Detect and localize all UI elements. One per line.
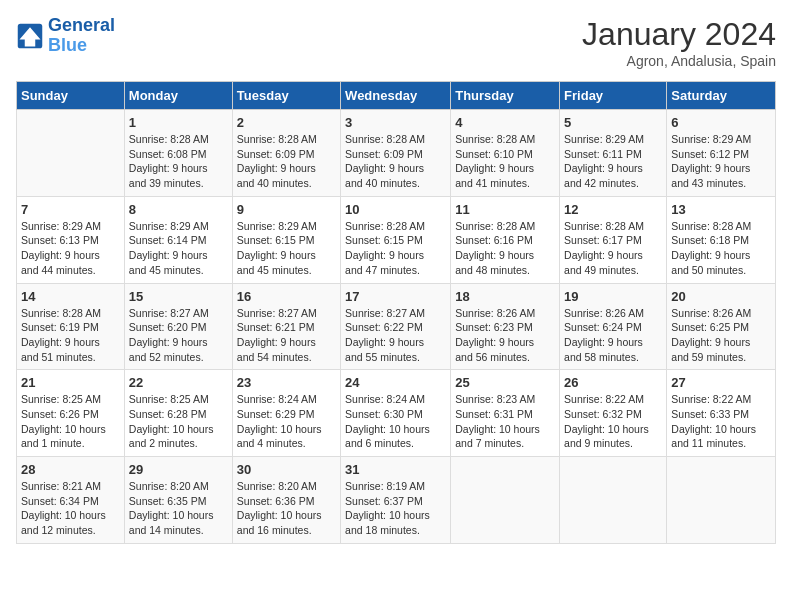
day-info: Sunrise: 8:29 AMSunset: 6:15 PMDaylight:… <box>237 219 336 278</box>
day-info: Sunrise: 8:29 AMSunset: 6:13 PMDaylight:… <box>21 219 120 278</box>
calendar-cell: 30Sunrise: 8:20 AMSunset: 6:36 PMDayligh… <box>232 457 340 544</box>
day-info: Sunrise: 8:21 AMSunset: 6:34 PMDaylight:… <box>21 479 120 538</box>
calendar-cell <box>667 457 776 544</box>
calendar-cell: 17Sunrise: 8:27 AMSunset: 6:22 PMDayligh… <box>341 283 451 370</box>
month-title: January 2024 <box>582 16 776 53</box>
day-number: 30 <box>237 462 336 477</box>
calendar-cell: 15Sunrise: 8:27 AMSunset: 6:20 PMDayligh… <box>124 283 232 370</box>
calendar-cell: 19Sunrise: 8:26 AMSunset: 6:24 PMDayligh… <box>560 283 667 370</box>
day-info: Sunrise: 8:24 AMSunset: 6:30 PMDaylight:… <box>345 392 446 451</box>
day-number: 21 <box>21 375 120 390</box>
day-number: 3 <box>345 115 446 130</box>
calendar-cell: 7Sunrise: 8:29 AMSunset: 6:13 PMDaylight… <box>17 196 125 283</box>
calendar-cell: 25Sunrise: 8:23 AMSunset: 6:31 PMDayligh… <box>451 370 560 457</box>
weekday-header-tuesday: Tuesday <box>232 82 340 110</box>
day-number: 6 <box>671 115 771 130</box>
calendar-cell: 22Sunrise: 8:25 AMSunset: 6:28 PMDayligh… <box>124 370 232 457</box>
calendar-cell: 4Sunrise: 8:28 AMSunset: 6:10 PMDaylight… <box>451 110 560 197</box>
day-number: 12 <box>564 202 662 217</box>
day-info: Sunrise: 8:27 AMSunset: 6:20 PMDaylight:… <box>129 306 228 365</box>
day-info: Sunrise: 8:27 AMSunset: 6:22 PMDaylight:… <box>345 306 446 365</box>
calendar-cell: 12Sunrise: 8:28 AMSunset: 6:17 PMDayligh… <box>560 196 667 283</box>
calendar-cell: 26Sunrise: 8:22 AMSunset: 6:32 PMDayligh… <box>560 370 667 457</box>
title-block: January 2024 Agron, Andalusia, Spain <box>582 16 776 69</box>
day-info: Sunrise: 8:28 AMSunset: 6:08 PMDaylight:… <box>129 132 228 191</box>
calendar-week-row: 14Sunrise: 8:28 AMSunset: 6:19 PMDayligh… <box>17 283 776 370</box>
weekday-header-sunday: Sunday <box>17 82 125 110</box>
day-info: Sunrise: 8:28 AMSunset: 6:09 PMDaylight:… <box>345 132 446 191</box>
day-info: Sunrise: 8:28 AMSunset: 6:15 PMDaylight:… <box>345 219 446 278</box>
calendar-cell: 16Sunrise: 8:27 AMSunset: 6:21 PMDayligh… <box>232 283 340 370</box>
calendar-cell: 27Sunrise: 8:22 AMSunset: 6:33 PMDayligh… <box>667 370 776 457</box>
day-info: Sunrise: 8:20 AMSunset: 6:35 PMDaylight:… <box>129 479 228 538</box>
day-info: Sunrise: 8:23 AMSunset: 6:31 PMDaylight:… <box>455 392 555 451</box>
logo-text: GeneralBlue <box>48 16 115 56</box>
day-number: 8 <box>129 202 228 217</box>
calendar-cell: 1Sunrise: 8:28 AMSunset: 6:08 PMDaylight… <box>124 110 232 197</box>
day-number: 27 <box>671 375 771 390</box>
day-info: Sunrise: 8:28 AMSunset: 6:10 PMDaylight:… <box>455 132 555 191</box>
day-info: Sunrise: 8:28 AMSunset: 6:17 PMDaylight:… <box>564 219 662 278</box>
location-subtitle: Agron, Andalusia, Spain <box>582 53 776 69</box>
day-number: 1 <box>129 115 228 130</box>
calendar-cell: 10Sunrise: 8:28 AMSunset: 6:15 PMDayligh… <box>341 196 451 283</box>
weekday-header-thursday: Thursday <box>451 82 560 110</box>
calendar-week-row: 21Sunrise: 8:25 AMSunset: 6:26 PMDayligh… <box>17 370 776 457</box>
calendar-week-row: 7Sunrise: 8:29 AMSunset: 6:13 PMDaylight… <box>17 196 776 283</box>
calendar-cell: 28Sunrise: 8:21 AMSunset: 6:34 PMDayligh… <box>17 457 125 544</box>
day-number: 20 <box>671 289 771 304</box>
day-number: 31 <box>345 462 446 477</box>
calendar-cell: 11Sunrise: 8:28 AMSunset: 6:16 PMDayligh… <box>451 196 560 283</box>
page-header: GeneralBlue January 2024 Agron, Andalusi… <box>16 16 776 69</box>
day-number: 16 <box>237 289 336 304</box>
day-number: 7 <box>21 202 120 217</box>
day-number: 22 <box>129 375 228 390</box>
calendar-cell: 20Sunrise: 8:26 AMSunset: 6:25 PMDayligh… <box>667 283 776 370</box>
logo: GeneralBlue <box>16 16 115 56</box>
day-info: Sunrise: 8:26 AMSunset: 6:25 PMDaylight:… <box>671 306 771 365</box>
day-info: Sunrise: 8:28 AMSunset: 6:19 PMDaylight:… <box>21 306 120 365</box>
calendar-cell <box>560 457 667 544</box>
day-info: Sunrise: 8:29 AMSunset: 6:11 PMDaylight:… <box>564 132 662 191</box>
calendar-cell: 24Sunrise: 8:24 AMSunset: 6:30 PMDayligh… <box>341 370 451 457</box>
day-info: Sunrise: 8:29 AMSunset: 6:14 PMDaylight:… <box>129 219 228 278</box>
weekday-header-wednesday: Wednesday <box>341 82 451 110</box>
day-number: 25 <box>455 375 555 390</box>
day-number: 29 <box>129 462 228 477</box>
day-number: 28 <box>21 462 120 477</box>
calendar-cell: 3Sunrise: 8:28 AMSunset: 6:09 PMDaylight… <box>341 110 451 197</box>
day-info: Sunrise: 8:26 AMSunset: 6:24 PMDaylight:… <box>564 306 662 365</box>
day-info: Sunrise: 8:28 AMSunset: 6:09 PMDaylight:… <box>237 132 336 191</box>
calendar-header-row: SundayMondayTuesdayWednesdayThursdayFrid… <box>17 82 776 110</box>
day-number: 2 <box>237 115 336 130</box>
day-number: 19 <box>564 289 662 304</box>
calendar-week-row: 28Sunrise: 8:21 AMSunset: 6:34 PMDayligh… <box>17 457 776 544</box>
calendar-cell: 21Sunrise: 8:25 AMSunset: 6:26 PMDayligh… <box>17 370 125 457</box>
day-number: 10 <box>345 202 446 217</box>
day-number: 5 <box>564 115 662 130</box>
day-number: 11 <box>455 202 555 217</box>
day-info: Sunrise: 8:26 AMSunset: 6:23 PMDaylight:… <box>455 306 555 365</box>
day-info: Sunrise: 8:28 AMSunset: 6:16 PMDaylight:… <box>455 219 555 278</box>
calendar-cell: 23Sunrise: 8:24 AMSunset: 6:29 PMDayligh… <box>232 370 340 457</box>
calendar-cell: 18Sunrise: 8:26 AMSunset: 6:23 PMDayligh… <box>451 283 560 370</box>
calendar-cell: 9Sunrise: 8:29 AMSunset: 6:15 PMDaylight… <box>232 196 340 283</box>
day-info: Sunrise: 8:25 AMSunset: 6:26 PMDaylight:… <box>21 392 120 451</box>
day-info: Sunrise: 8:27 AMSunset: 6:21 PMDaylight:… <box>237 306 336 365</box>
calendar-cell: 31Sunrise: 8:19 AMSunset: 6:37 PMDayligh… <box>341 457 451 544</box>
day-number: 9 <box>237 202 336 217</box>
day-info: Sunrise: 8:22 AMSunset: 6:32 PMDaylight:… <box>564 392 662 451</box>
day-number: 14 <box>21 289 120 304</box>
day-number: 17 <box>345 289 446 304</box>
day-info: Sunrise: 8:29 AMSunset: 6:12 PMDaylight:… <box>671 132 771 191</box>
calendar-cell <box>451 457 560 544</box>
calendar-cell <box>17 110 125 197</box>
calendar-table: SundayMondayTuesdayWednesdayThursdayFrid… <box>16 81 776 544</box>
day-info: Sunrise: 8:20 AMSunset: 6:36 PMDaylight:… <box>237 479 336 538</box>
day-number: 4 <box>455 115 555 130</box>
calendar-cell: 6Sunrise: 8:29 AMSunset: 6:12 PMDaylight… <box>667 110 776 197</box>
weekday-header-friday: Friday <box>560 82 667 110</box>
weekday-header-saturday: Saturday <box>667 82 776 110</box>
calendar-cell: 14Sunrise: 8:28 AMSunset: 6:19 PMDayligh… <box>17 283 125 370</box>
calendar-cell: 29Sunrise: 8:20 AMSunset: 6:35 PMDayligh… <box>124 457 232 544</box>
